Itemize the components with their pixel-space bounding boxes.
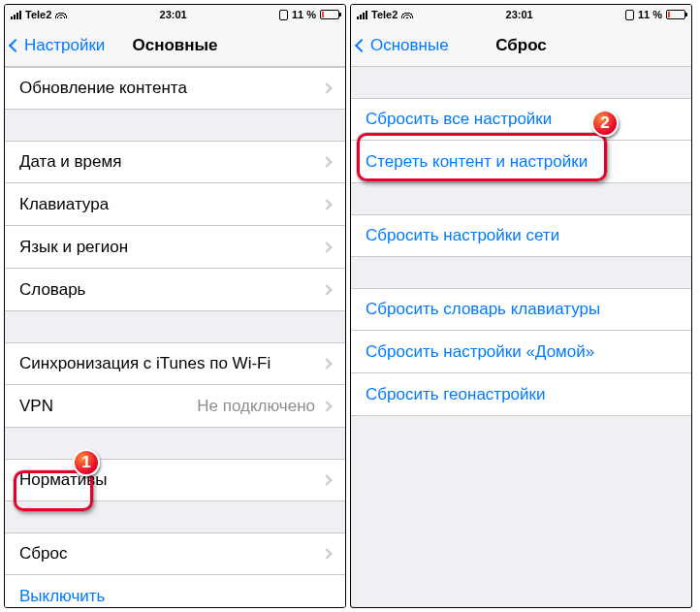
chevron-right-icon — [321, 156, 332, 167]
row-norms[interactable]: Нормативы — [5, 459, 345, 501]
row-reset[interactable]: Сброс — [5, 532, 345, 575]
row-language-region[interactable]: Язык и регион — [5, 226, 345, 269]
row-reset-keyboard-dict[interactable]: Сбросить словарь клавиатуры — [351, 288, 691, 331]
row-keyboard[interactable]: Клавиатура — [5, 183, 345, 226]
carrier-label: Tele2 — [371, 9, 398, 20]
row-itunes-wifi[interactable]: Синхронизация с iTunes по Wi-Fi — [5, 342, 345, 385]
signal-icon — [357, 10, 367, 19]
screenshot-general: Tele2 23:01 11 % Настройки Основные Обно… — [4, 4, 346, 608]
battery-text: 11 % — [292, 9, 316, 20]
back-label: Основные — [370, 36, 449, 55]
row-date-time[interactable]: Дата и время — [5, 141, 345, 183]
chevron-left-icon — [355, 38, 368, 51]
signal-icon — [11, 10, 21, 19]
chevron-right-icon — [321, 242, 332, 252]
back-button[interactable]: Настройки — [5, 36, 105, 55]
row-reset-home[interactable]: Сбросить настройки «Домой» — [351, 331, 691, 373]
wifi-icon — [55, 9, 67, 20]
row-reset-location[interactable]: Сбросить геонастройки — [351, 373, 691, 416]
chevron-right-icon — [321, 82, 332, 93]
chevron-right-icon — [321, 284, 332, 295]
lock-icon — [625, 9, 634, 21]
wifi-icon — [401, 9, 413, 20]
back-button[interactable]: Основные — [351, 36, 449, 55]
row-vpn[interactable]: VPN Не подключено — [5, 385, 345, 428]
row-erase-all-content[interactable]: Стереть контент и настройки — [351, 141, 691, 183]
screenshot-reset: Tele2 23:01 11 % Основные Сброс Сбросить… — [350, 4, 692, 608]
row-reset-network[interactable]: Сбросить настройки сети — [351, 214, 691, 257]
row-shutdown[interactable]: Выключить — [5, 575, 345, 608]
row-reset-all-settings[interactable]: Сбросить все настройки — [351, 98, 691, 141]
nav-bar: Основные Сброс — [351, 24, 691, 67]
settings-list: Обновление контента Дата и время Клавиат… — [5, 67, 345, 608]
clock: 23:01 — [160, 9, 187, 20]
carrier-label: Tele2 — [25, 9, 51, 20]
row-content-update[interactable]: Обновление контента — [5, 67, 345, 110]
back-label: Настройки — [24, 36, 105, 55]
nav-bar: Настройки Основные — [5, 24, 345, 67]
battery-icon — [666, 10, 685, 19]
reset-list: Сбросить все настройки Стереть контент и… — [351, 98, 691, 416]
chevron-left-icon — [9, 38, 22, 51]
chevron-right-icon — [321, 474, 332, 485]
clock: 23:01 — [506, 9, 533, 20]
battery-icon — [320, 10, 339, 19]
chevron-right-icon — [321, 358, 332, 369]
status-bar: Tele2 23:01 11 % — [5, 5, 345, 24]
lock-icon — [279, 9, 288, 21]
chevron-right-icon — [321, 548, 332, 559]
chevron-right-icon — [321, 401, 332, 411]
battery-text: 11 % — [638, 9, 662, 20]
row-dictionary[interactable]: Словарь — [5, 269, 345, 311]
chevron-right-icon — [321, 199, 332, 209]
vpn-status: Не подключено — [197, 397, 315, 416]
status-bar: Tele2 23:01 11 % — [351, 5, 691, 24]
